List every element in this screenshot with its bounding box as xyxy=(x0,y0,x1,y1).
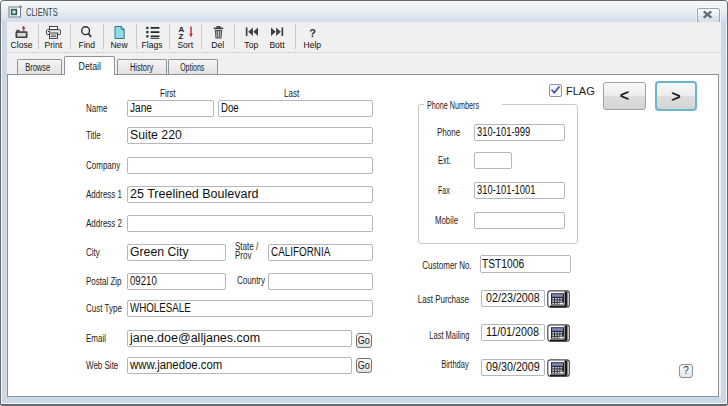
svg-text:?: ? xyxy=(309,27,316,39)
svg-text:Z: Z xyxy=(178,32,183,39)
